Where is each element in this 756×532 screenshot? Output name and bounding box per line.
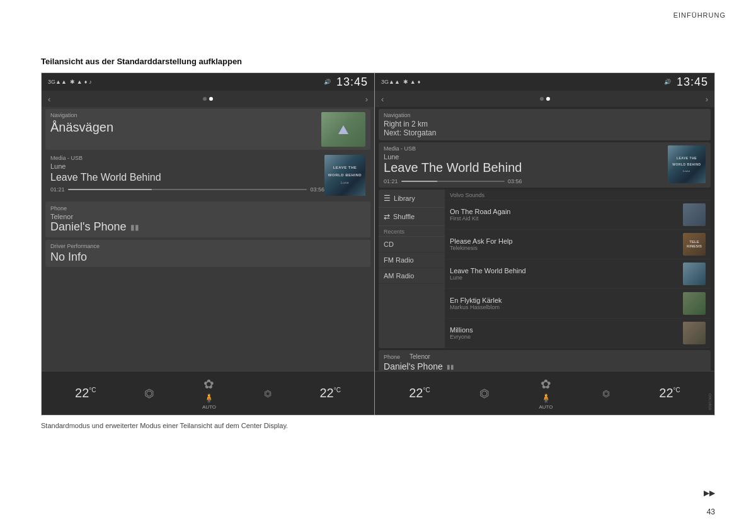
song-5-artist: Evryone bbox=[450, 334, 683, 340]
bt-icon: ✱ bbox=[70, 79, 75, 85]
right-temp-left: 22°C bbox=[409, 386, 430, 400]
right-media-label: Media - USB bbox=[384, 145, 522, 152]
left-media-label: Media - USB bbox=[50, 155, 324, 161]
left-album-art-text2: WORLD BEHIND bbox=[327, 172, 363, 179]
song-4-info: En Flyktig Kärlek Markus Hasselblom bbox=[450, 297, 683, 310]
right-status-icons: 3G▲▲ ✱ ▲ ♦ bbox=[381, 79, 420, 85]
left-progress-bar bbox=[68, 189, 307, 190]
right-progress-row: 01:21 03:56 bbox=[384, 178, 522, 184]
song-4-artist: Markus Hasselblom bbox=[450, 304, 683, 310]
right-album-art-inner: LEAVE THE WORLD BEHIND Lune bbox=[668, 145, 706, 183]
library-label: Library bbox=[394, 195, 415, 202]
right-media-content: Media - USB Lune Leave The World Behind … bbox=[384, 145, 522, 184]
right-seat-icon-left: ⏣ bbox=[479, 387, 490, 400]
song-item-1[interactable]: On The Road Again First Aid Kit bbox=[445, 200, 711, 230]
left-driver-value: No Info bbox=[50, 251, 365, 264]
song-4-title: En Flyktig Kärlek bbox=[450, 297, 683, 304]
right-art-line3: Lune bbox=[682, 168, 692, 174]
map-marker bbox=[338, 125, 348, 134]
volvo-sounds-header: Volvo Sounds bbox=[445, 190, 711, 200]
right-nav-dot-2 bbox=[546, 97, 550, 101]
right-bt-icon: ✱ bbox=[403, 79, 408, 85]
song-3-info: Leave The World Behind Lune bbox=[450, 267, 683, 281]
right-nav-dots bbox=[540, 97, 550, 101]
song-4-art bbox=[683, 292, 706, 315]
left-progress-row: 01:21 03:56 bbox=[50, 186, 324, 193]
seat-icon-left: ⏣ bbox=[144, 387, 154, 400]
right-art-line1: LEAVE THE bbox=[675, 155, 698, 162]
right-nav-back[interactable]: ‹ bbox=[381, 94, 384, 104]
right-location-icon: ♦ bbox=[418, 79, 421, 85]
song-item-2[interactable]: Please Ask For Help Telekinesis TELEKINE… bbox=[445, 230, 711, 259]
left-nav-back[interactable]: ‹ bbox=[48, 94, 50, 104]
left-media-artist: Lune bbox=[50, 162, 324, 170]
left-driver-card: Driver Performance No Info bbox=[45, 240, 370, 267]
left-album-art-text3: Lune bbox=[340, 179, 350, 186]
song-5-info: Millions Evryone bbox=[450, 326, 683, 340]
left-nav-content: Navigation Ånäsvägen bbox=[50, 112, 113, 135]
right-nav-row: ‹ › bbox=[375, 91, 714, 107]
shuffle-button[interactable]: ⇄ Shuffle bbox=[379, 208, 445, 226]
song-5-art bbox=[683, 322, 706, 344]
shuffle-label: Shuffle bbox=[393, 213, 415, 220]
screen-right: 3G▲▲ ✱ ▲ ♦ 🔊 13:45 ‹ › Navigation Right bbox=[375, 73, 714, 415]
left-status-bar: 3G▲▲ ✱ ▲ ♦ ♪ 🔊 13:45 bbox=[42, 73, 374, 91]
right-nav-label: Navigation bbox=[384, 112, 436, 118]
right-media-title: Leave The World Behind bbox=[384, 161, 522, 175]
seat-icon-right: ⏣ bbox=[264, 388, 272, 399]
left-album-art-text1: LEAVE THE bbox=[332, 164, 358, 172]
page-number: 43 bbox=[707, 507, 715, 516]
right-fan-icon: ✿ bbox=[541, 376, 551, 392]
song-1-info: On The Road Again First Aid Kit bbox=[450, 208, 683, 222]
song-1-title: On The Road Again bbox=[450, 208, 683, 215]
right-media-expanded: Media - USB Lune Leave The World Behind … bbox=[379, 142, 711, 188]
right-nav-content: Navigation Right in 2 km Next: Storgatan bbox=[384, 112, 436, 137]
right-nav-forward[interactable]: › bbox=[706, 94, 708, 104]
page-header: EINFÜHRUNG bbox=[673, 11, 726, 19]
signal-icon: 3G▲▲ bbox=[48, 79, 67, 85]
song-item-3[interactable]: Leave The World Behind Lune bbox=[445, 259, 711, 289]
left-progress-fill bbox=[68, 189, 152, 190]
right-auto-group: ✿ 🧍 AUTO bbox=[539, 376, 553, 410]
right-battery-icon: ▮▮ bbox=[447, 363, 454, 370]
source-cd[interactable]: CD bbox=[379, 237, 445, 252]
screenshots-container: 3G▲▲ ✱ ▲ ♦ ♪ 🔊 13:45 ‹ › Navigation bbox=[41, 72, 715, 416]
right-progress-fill bbox=[401, 181, 438, 182]
right-art-line2: WORLD BEHIND bbox=[671, 161, 702, 168]
library-button[interactable]: ☰ Library bbox=[379, 190, 445, 208]
location-icon: ♦ bbox=[84, 79, 88, 85]
left-status-icons: 3G▲▲ ✱ ▲ ♦ ♪ bbox=[48, 79, 92, 85]
left-temp-right: 22°C bbox=[319, 386, 340, 400]
source-am[interactable]: AM Radio bbox=[379, 268, 445, 284]
right-auto-label: AUTO bbox=[539, 404, 553, 410]
left-nav-forward[interactable]: › bbox=[365, 94, 368, 104]
left-time-start: 01:21 bbox=[50, 186, 65, 193]
recents-header: Recents bbox=[379, 226, 445, 237]
left-media-content: Media - USB Lune Leave The World Behind … bbox=[50, 155, 324, 193]
battery-icon: ▮▮ bbox=[130, 223, 139, 232]
left-climate-bar: 22°C ⏣ ✿ 🧍 AUTO ⏣ 22°C bbox=[42, 371, 374, 415]
right-climate-bar: 22°C ⏣ ✿ 🧍 AUTO ⏣ 22°C bbox=[375, 371, 714, 415]
left-phone-label: Phone bbox=[50, 205, 365, 212]
person-icon: 🧍 bbox=[203, 393, 214, 403]
source-fm[interactable]: FM Radio bbox=[379, 252, 445, 268]
song-1-art bbox=[683, 203, 706, 226]
song-2-title: Please Ask For Help bbox=[450, 237, 683, 245]
fan-icon: ✿ bbox=[203, 376, 214, 392]
song-item-5[interactable]: Millions Evryone bbox=[445, 319, 711, 348]
song-2-art: TELEKINESIS bbox=[683, 233, 706, 256]
song-3-art bbox=[683, 263, 706, 285]
left-time: 13:45 bbox=[336, 76, 368, 89]
right-nav-dot-1 bbox=[540, 97, 544, 101]
right-phone-row: Phone Telenor bbox=[384, 353, 706, 360]
song-5-title: Millions bbox=[450, 326, 683, 334]
left-phone-device-row: Daniel's Phone ▮▮ bbox=[50, 220, 365, 234]
left-driver-label: Driver Performance bbox=[50, 243, 365, 249]
left-nav-row: ‹ › bbox=[42, 91, 374, 107]
song-item-4[interactable]: En Flyktig Kärlek Markus Hasselblom bbox=[445, 289, 711, 319]
left-media-card: Media - USB Lune Leave The World Behind … bbox=[45, 152, 370, 199]
left-time-group: 🔊 13:45 bbox=[324, 76, 368, 89]
nav-dots bbox=[203, 97, 213, 101]
right-expanded-panel: ☰ Library ⇄ Shuffle Recents CD FM Radio bbox=[379, 190, 711, 348]
right-progress-bar bbox=[401, 181, 505, 182]
